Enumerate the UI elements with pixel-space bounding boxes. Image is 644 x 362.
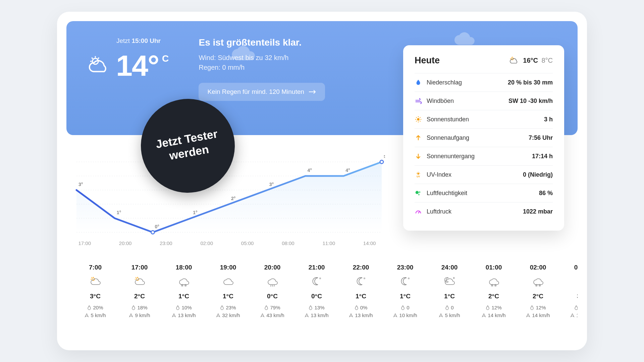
stat-row: Sonnenstunden3 h — [415, 110, 553, 128]
hourly-temperature: 1°C — [427, 293, 472, 300]
hourly-time: 20:00 — [250, 264, 294, 271]
svg-line-16 — [420, 117, 421, 118]
stat-label: UV-Index — [427, 171, 451, 178]
svg-rect-66 — [364, 278, 365, 279]
now-time: 15:00 Uhr — [131, 37, 161, 44]
drop-icon — [87, 305, 91, 310]
hourly-precipitation: 0 — [383, 305, 427, 310]
stat-value: 17:14 h — [532, 153, 553, 160]
weather-summary: Es ist größtenteils klar. — [199, 37, 325, 48]
wind-direction-icon — [129, 313, 133, 317]
hourly-time: 17:00 — [117, 264, 162, 271]
hourly-column[interactable]: 21:00 0°C 13% 13 km/h — [294, 264, 339, 320]
svg-text:08:00: 08:00 — [282, 240, 294, 246]
stat-value: 7:56 Uhr — [529, 134, 553, 141]
svg-point-26 — [418, 194, 420, 195]
hourly-column[interactable]: 22:00 1°C 0% 13 km/h — [339, 264, 383, 320]
svg-text:3°: 3° — [78, 182, 83, 187]
hourly-column[interactable]: 23:00 1°C 0 10 km/h — [383, 264, 427, 320]
svg-text:05:00: 05:00 — [241, 240, 254, 246]
wind-direction-icon — [260, 313, 265, 317]
svg-line-13 — [416, 117, 417, 118]
stat-value: SW 10 -30 km/h — [508, 98, 553, 105]
hourly-time: 7:00 — [73, 264, 117, 271]
svg-line-63 — [272, 285, 273, 287]
drop-icon — [445, 305, 449, 310]
svg-text:17:00: 17:00 — [78, 240, 91, 246]
hourly-temperature: 3°C — [73, 293, 117, 300]
hourly-column[interactable]: 20:00 0°C 79% 43 km/h — [250, 264, 294, 320]
svg-line-22 — [419, 173, 420, 173]
hourly-wind: 13 km/h — [339, 312, 383, 318]
hourly-temperature: 2°C — [516, 293, 560, 300]
svg-text:20:00: 20:00 — [119, 240, 132, 246]
hourly-temperature: 0°C — [250, 293, 294, 300]
svg-point-25 — [419, 191, 421, 193]
svg-line-27 — [418, 212, 420, 214]
sun-icon — [415, 116, 422, 123]
stat-label: Sonnenstunden — [427, 116, 469, 123]
hourly-wind: 14 km/h — [560, 312, 578, 318]
stat-label: Niederschlag — [427, 79, 462, 86]
hourly-column[interactable]: 18:00 ✻ ✻ 1°C 10% 13 km/h — [162, 264, 206, 320]
svg-point-8 — [417, 118, 419, 120]
moon-icon — [383, 276, 427, 288]
hourly-precipitation: 20% — [73, 305, 117, 310]
rain-forecast-button[interactable]: Kein Regen für mind. 120 Minuten — [199, 83, 325, 101]
svg-line-56 — [91, 277, 92, 278]
weather-card: Jetzt 15:00 Uhr 14° C Es ist größtenteil… — [57, 12, 587, 350]
svg-text:1°: 1° — [117, 210, 121, 215]
svg-text:1°: 1° — [193, 210, 197, 215]
hourly-time: 19:00 — [206, 264, 250, 271]
hourly-column[interactable]: 02:00 ✻ ✻ 2°C 12% 14 km/h — [516, 264, 560, 320]
svg-text:4°: 4° — [345, 168, 350, 173]
stat-row: Niederschlag20 % bis 30 mm — [415, 73, 553, 92]
hourly-wind: 5 km/h — [73, 312, 117, 318]
stat-value: 20 % bis 30 mm — [508, 79, 553, 86]
stat-label: Sonnenaufgang — [427, 134, 469, 141]
hourly-column[interactable]: 7:00 3°C 20% 5 km/h — [73, 264, 117, 320]
wind-direction-icon — [439, 313, 443, 317]
hourly-precipitation: 10% — [162, 305, 206, 310]
hourly-precipitation: 12% — [472, 305, 516, 310]
stat-row: Luftfeuchtigkeit86 % — [415, 184, 553, 202]
svg-line-3 — [92, 58, 93, 59]
stat-label: Sonnenuntergang — [427, 153, 475, 160]
hourly-column[interactable]: 24:00 ✦ 1°C 0 5 km/h — [427, 264, 472, 320]
stat-value: 0 (Niedrig) — [523, 171, 553, 178]
hourly-wind: 13 km/h — [294, 312, 339, 318]
svg-text:4°: 4° — [308, 168, 312, 173]
svg-point-17 — [417, 173, 419, 175]
hourly-forecast-strip[interactable]: 7:00 3°C 20% 5 km/h 17:00 2°C 18% 9 km/h… — [66, 264, 578, 320]
hourly-column[interactable]: 01:00 ✻ ✻ 2°C 12% 14 km/h — [472, 264, 516, 320]
now-prefix: Jetzt — [116, 37, 130, 44]
now-label: Jetzt 15:00 Uhr — [87, 37, 191, 45]
arrow-down-icon — [415, 153, 422, 160]
hourly-column[interactable]: 17:00 2°C 18% 9 km/h — [117, 264, 162, 320]
svg-text:3°: 3° — [269, 182, 274, 187]
svg-text:✻ ✻: ✻ ✻ — [181, 284, 187, 287]
stat-row: UVUV-Index0 (Niedrig) — [415, 165, 553, 184]
today-title: Heute — [415, 55, 440, 66]
today-temps: 16°C 8°C — [523, 57, 553, 64]
stat-row: Sonnenaufgang7:56 Uhr — [415, 128, 553, 147]
hourly-time: 18:00 — [162, 264, 206, 271]
wind-direction-icon — [349, 313, 353, 317]
drop-icon — [486, 305, 490, 310]
svg-text:UV: UV — [417, 175, 420, 178]
humidity-icon — [415, 189, 422, 197]
svg-rect-67 — [408, 278, 409, 279]
stat-row: WindböenSW 10 -30 km/h — [415, 92, 553, 110]
svg-text:2°: 2° — [231, 196, 235, 201]
today-high: 16°C — [523, 57, 538, 64]
hourly-wind: 43 km/h — [250, 312, 294, 318]
hourly-column[interactable]: 19:00 1°C 23% 32 km/h — [206, 264, 250, 320]
hourly-temperature: 1°C — [162, 293, 206, 300]
hourly-wind: 14 km/h — [516, 312, 560, 318]
hourly-time: 24:00 — [427, 264, 472, 271]
hourly-precipitation: 12% — [516, 305, 560, 310]
rain-forecast-label: Kein Regen für mind. 120 Minuten — [207, 88, 304, 96]
hourly-column[interactable]: 03:00 ✻ ✻ 3°C 12% 14 km/h — [560, 264, 578, 320]
sun-cloud-icon — [509, 56, 519, 66]
drop-icon — [574, 305, 578, 310]
